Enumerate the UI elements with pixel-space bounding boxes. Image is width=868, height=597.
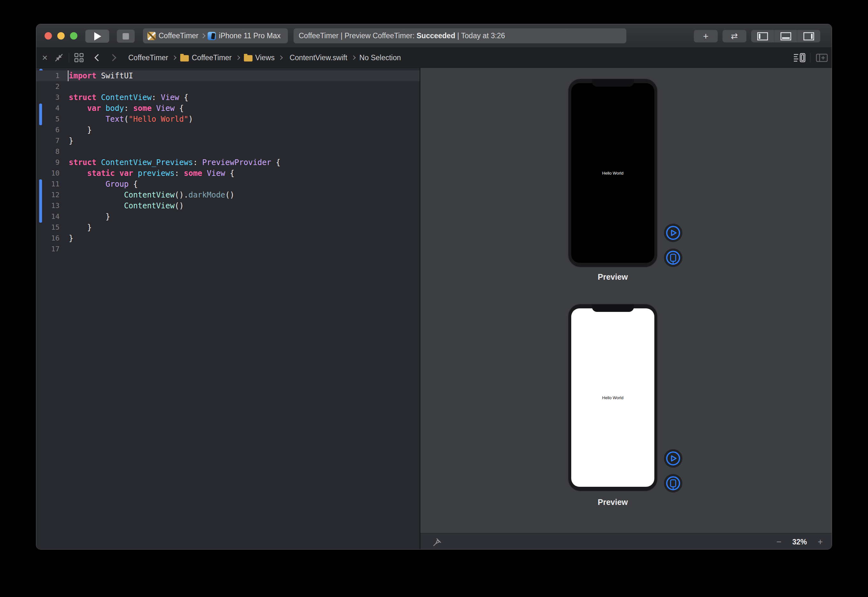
close-icon: × xyxy=(42,52,48,63)
line-number: 14 xyxy=(36,211,59,222)
line-number: 17 xyxy=(36,244,59,254)
code-line[interactable]: 10 static var previews: some View { xyxy=(36,168,420,179)
toggle-inspectors-button[interactable] xyxy=(797,30,820,42)
breadcrumb-item[interactable]: CoffeeTimer xyxy=(126,53,168,62)
line-number: 2 xyxy=(36,81,59,92)
code-text: ContentView() xyxy=(59,200,184,211)
zoom-in-button[interactable]: + xyxy=(818,537,823,547)
editor-options-button[interactable] xyxy=(793,48,806,68)
code-line[interactable]: 16} xyxy=(36,233,420,244)
scheme-selector[interactable]: CoffeeTimer iPhone 11 Pro Max xyxy=(143,28,288,43)
preview-device-dark[interactable]: Hello World xyxy=(568,79,658,267)
code-line[interactable]: 12 ContentView().darkMode() xyxy=(36,190,420,200)
code-line[interactable]: 17 xyxy=(36,244,420,254)
breadcrumb-item[interactable]: Views xyxy=(244,53,275,62)
preview-on-device-button[interactable] xyxy=(664,248,683,267)
line-number: 15 xyxy=(36,222,59,233)
go-forward-button[interactable] xyxy=(110,48,115,68)
code-review-button[interactable]: ⇄ xyxy=(723,30,747,42)
stop-icon xyxy=(123,33,129,40)
folder-icon xyxy=(244,55,252,61)
editor-options-icon xyxy=(793,53,806,63)
code-line[interactable]: 4 var body: some View { xyxy=(36,103,420,114)
code-line[interactable]: 9struct ContentView_Previews: PreviewPro… xyxy=(36,157,420,168)
close-editor-button[interactable]: × xyxy=(42,48,48,68)
status-text: CoffeeTimer | Preview CoffeeTimer: Succe… xyxy=(299,31,505,40)
line-number: 11 xyxy=(36,179,59,190)
run-button[interactable] xyxy=(85,30,109,43)
line-number: 9 xyxy=(36,157,59,168)
simulator-device-icon xyxy=(207,32,216,40)
code-line[interactable]: 2 xyxy=(36,81,420,92)
source-editor[interactable]: 1import SwiftUI23struct ContentView: Vie… xyxy=(36,68,420,549)
breadcrumb-item[interactable]: ContentView.swift xyxy=(287,53,347,62)
scheme-name[interactable]: CoffeeTimer xyxy=(158,31,198,40)
code-text xyxy=(59,81,69,92)
add-editor-button[interactable] xyxy=(815,48,828,68)
pin-preview-button[interactable] xyxy=(433,538,442,548)
zoom-window-button[interactable] xyxy=(70,32,77,40)
live-preview-button[interactable] xyxy=(664,223,683,242)
stop-button[interactable] xyxy=(117,30,135,43)
zoom-controls: − 32% + xyxy=(776,533,823,549)
breadcrumb: CoffeeTimerCoffeeTimerViewsContentView.s… xyxy=(126,48,401,68)
xcode-project-icon xyxy=(147,32,156,40)
breadcrumb-label: Views xyxy=(255,53,275,62)
code-line[interactable]: 11 Group { xyxy=(36,179,420,190)
code-line[interactable]: 15 } xyxy=(36,222,420,233)
divider xyxy=(810,53,810,62)
swap-arrows-icon: ⇄ xyxy=(731,31,738,41)
code-line[interactable]: 1import SwiftUI xyxy=(36,70,420,81)
chevron-right-icon xyxy=(278,55,283,60)
line-number: 5 xyxy=(36,114,59,125)
go-back-button[interactable] xyxy=(96,48,101,68)
zoom-out-button[interactable]: − xyxy=(776,537,781,547)
library-button[interactable]: + xyxy=(694,30,718,42)
line-number: 6 xyxy=(36,125,59,135)
preview-screen-light: Hello World xyxy=(571,308,654,487)
toggle-navigator-button[interactable] xyxy=(751,30,774,42)
toolbar: CoffeeTimer iPhone 11 Pro Max CoffeeTime… xyxy=(36,24,832,48)
code-text: } xyxy=(59,233,73,244)
close-window-button[interactable] xyxy=(44,32,52,40)
canvas-bottom-bar: − 32% + xyxy=(420,533,832,549)
code-text: var body: some View { xyxy=(59,103,184,114)
code-text: import SwiftUI xyxy=(59,70,133,81)
breadcrumb-item[interactable]: No Selection xyxy=(360,53,401,62)
live-preview-button[interactable] xyxy=(664,449,683,468)
device-circle-icon xyxy=(664,474,683,493)
code-text: Group { xyxy=(59,179,138,190)
minimize-window-button[interactable] xyxy=(57,32,65,40)
code-line[interactable]: 14 } xyxy=(36,211,420,222)
chevron-right-icon xyxy=(201,33,206,39)
desktop: CoffeeTimer iPhone 11 Pro Max CoffeeTime… xyxy=(0,0,868,597)
activity-viewer: CoffeeTimer | Preview CoffeeTimer: Succe… xyxy=(293,28,626,43)
panel-toggle-group xyxy=(751,30,820,42)
preview-screen-dark: Hello World xyxy=(571,83,654,263)
bottom-panel-icon xyxy=(781,32,791,40)
code-line[interactable]: 5 Text("Hello World") xyxy=(36,114,420,125)
code-line[interactable]: 13 ContentView() xyxy=(36,200,420,211)
toggle-debug-area-button[interactable] xyxy=(774,30,797,42)
related-items-grid-icon xyxy=(74,53,84,63)
play-icon xyxy=(93,32,102,41)
folder-icon xyxy=(180,55,189,61)
breadcrumb-item[interactable]: CoffeeTimer xyxy=(180,53,231,62)
destination-name[interactable]: iPhone 11 Pro Max xyxy=(219,31,280,40)
line-number: 7 xyxy=(36,135,59,146)
code-line[interactable]: 7} xyxy=(36,135,420,146)
zoom-level[interactable]: 32% xyxy=(792,538,807,547)
device-notch xyxy=(592,79,634,87)
standard-editor-button[interactable] xyxy=(54,48,64,68)
collapse-arrows-icon xyxy=(54,53,64,62)
preview-on-device-button[interactable] xyxy=(664,474,683,493)
code-line[interactable]: 3struct ContentView: View { xyxy=(36,92,420,103)
code-line[interactable]: 8 xyxy=(36,146,420,157)
code-line[interactable]: 6 } xyxy=(36,125,420,135)
line-number: 13 xyxy=(36,200,59,211)
preview-device-light[interactable]: Hello World xyxy=(568,304,658,492)
add-editor-icon xyxy=(815,53,828,62)
chevron-right-icon xyxy=(351,55,355,60)
line-number: 16 xyxy=(36,233,59,244)
related-items-button[interactable] xyxy=(74,48,84,68)
